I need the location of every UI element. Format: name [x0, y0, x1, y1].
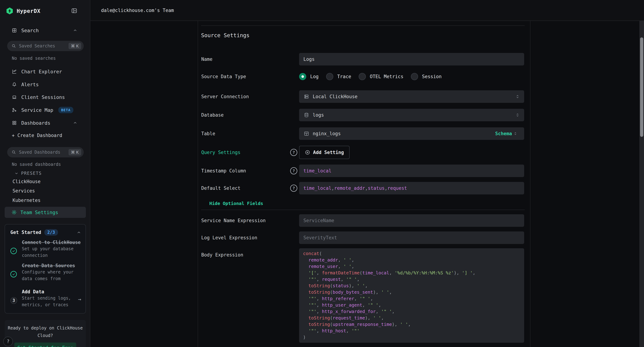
service-name-label: Service Name Expression	[201, 214, 290, 227]
sidebar-item-label: Service Map	[21, 107, 53, 113]
preset-item-kubernetes[interactable]: Kubernetes	[12, 198, 40, 203]
search-section-icon	[12, 28, 17, 33]
code-line: toString(request_time), ' ',	[303, 315, 520, 321]
timestamp-column-row: Timestamp Column ? time_local	[201, 164, 524, 177]
database-row: Database logs	[201, 109, 524, 121]
chevron-up-icon[interactable]	[76, 230, 81, 235]
step-description: Configure where your data comes from	[22, 269, 81, 282]
get-started-step-2[interactable]: Create Data Sources Configure where your…	[10, 262, 82, 282]
schema-button[interactable]: Schema	[495, 131, 517, 136]
service-name-row: Service Name Expression ServiceName	[201, 214, 524, 227]
get-started-step-1[interactable]: Connect to ClickHouse Set up your databa…	[10, 239, 82, 259]
name-input[interactable]: Logs	[299, 53, 524, 66]
scrollbar-track[interactable]	[639, 21, 644, 347]
body-expression-label: Body Expression	[201, 248, 290, 343]
code-line: '"', http_user_agent, '" ',	[303, 302, 520, 308]
sidebar-item-chart-explorer[interactable]: Chart Explorer	[0, 68, 90, 76]
saved-dashboards-input[interactable]: Saved Dashboards ⌘ K	[7, 147, 84, 158]
saved-searches-input[interactable]: Saved Searches ⌘ K	[7, 41, 84, 51]
no-saved-searches-note: No saved searches	[12, 56, 56, 61]
source-data-type-row: Source Data Type LogTraceOTEL MetricsSes…	[201, 72, 524, 80]
default-select-label: Default Select	[201, 182, 290, 194]
code-line: remote_addr, ' ',	[303, 257, 520, 263]
timestamp-column-label: Timestamp Column	[201, 164, 290, 177]
chevron-up-icon[interactable]	[73, 28, 78, 33]
chart-explorer-icon	[12, 69, 17, 74]
sidebar-item-service-map[interactable]: Service Map BETA	[0, 106, 90, 114]
source-data-type-group: LogTraceOTEL MetricsSession	[299, 72, 524, 80]
presets-toggle[interactable]: PRESETS	[14, 171, 42, 176]
step-title: Connect to ClickHouse	[22, 239, 81, 246]
sidebar-item-client-sessions[interactable]: Client Sessions	[0, 93, 90, 101]
sidebar-item-label: Dashboards	[21, 120, 50, 126]
step-title: Create Data Sources	[22, 262, 81, 269]
sidebar-item-alerts[interactable]: Alerts	[0, 80, 90, 88]
table-value: nginx_logs	[313, 131, 495, 136]
radio-option-log[interactable]: Log	[299, 73, 318, 80]
sidebar-item-team-settings[interactable]: Team Settings	[5, 207, 86, 218]
body-expression-editor[interactable]: concat( remote_addr, ' ', remote_user, '…	[299, 248, 524, 343]
code-line: )	[303, 334, 520, 340]
cloud-promo-text-line1: Ready to deploy on ClickHouse	[5, 324, 86, 332]
logo-row: HyperDX	[6, 6, 84, 16]
name-label: Name	[201, 53, 290, 66]
check-circle-icon	[10, 271, 17, 278]
get-started-header[interactable]: Get Started 2/3	[10, 229, 83, 236]
scrollbar-thumb[interactable]	[640, 38, 643, 137]
body-expression-row: Body Expression concat( remote_addr, ' '…	[201, 248, 524, 343]
radio-option-session[interactable]: Session	[411, 73, 442, 80]
progress-badge: 2/3	[44, 229, 58, 236]
service-name-input[interactable]: ServiceName	[299, 214, 524, 227]
presets-label: PRESETS	[21, 171, 42, 176]
source-settings-panel: Source Settings Name Logs Source Data Ty…	[198, 21, 530, 347]
database-select[interactable]: logs	[299, 109, 524, 121]
radio-option-otel-metrics[interactable]: OTEL Metrics	[359, 73, 404, 80]
collapse-sidebar-icon	[71, 8, 78, 14]
kbd-shortcut-badge: ⌘ K	[68, 149, 81, 156]
chevron-up-icon[interactable]	[73, 120, 78, 125]
default-select-input[interactable]: time_local, remote_addr, status, request	[299, 182, 524, 194]
query-settings-row: Query Settings ? Add Setting	[201, 146, 524, 159]
team-settings-label: Team Settings	[20, 210, 58, 215]
table-row: Table nginx_logs Schema	[201, 127, 524, 140]
get-started-step-3[interactable]: 3 Add Data Start sending logs, metrics, …	[10, 288, 82, 308]
database-value: logs	[313, 112, 515, 118]
help-button[interactable]: ?	[3, 337, 13, 346]
help-icon[interactable]: ?	[290, 149, 297, 156]
radio-option-trace[interactable]: Trace	[326, 73, 351, 80]
get-started-free-button[interactable]: Get Started for Free	[14, 342, 76, 347]
step-title: Add Data	[22, 288, 81, 295]
log-level-input[interactable]: SeverityText	[299, 232, 524, 244]
server-connection-label: Server Connection	[201, 90, 290, 103]
preset-item-clickhouse[interactable]: ClickHouse	[12, 179, 40, 184]
create-dashboard-button[interactable]: + Create Dashboard	[12, 133, 62, 138]
radio-selected-icon[interactable]	[299, 73, 306, 80]
radio-label: Trace	[337, 74, 351, 79]
radio-label: Session	[422, 74, 442, 79]
code-line: '"', http_x_forwarded_for, '" ',	[303, 308, 520, 315]
help-icon[interactable]: ?	[290, 184, 297, 192]
help-icon[interactable]: ?	[290, 167, 297, 174]
server-connection-select[interactable]: Local ClickHouse	[299, 90, 524, 103]
server-connection-row: Server Connection Local ClickHouse	[201, 90, 524, 103]
hyperdx-logo-icon	[6, 7, 14, 15]
selector-chevrons-icon	[515, 94, 520, 99]
add-setting-button[interactable]: Add Setting	[299, 146, 350, 159]
preset-item-services[interactable]: Services	[12, 188, 35, 194]
table-select[interactable]: nginx_logs Schema	[299, 127, 524, 140]
no-saved-dashboards-note: No saved dashboards	[12, 162, 61, 167]
table-label: Table	[201, 127, 290, 140]
radio-unselected-icon[interactable]	[359, 73, 366, 80]
timestamp-column-input[interactable]: time_local	[299, 164, 524, 177]
radio-unselected-icon[interactable]	[326, 73, 333, 80]
sidebar-collapse-button[interactable]	[71, 7, 78, 14]
code-line: toString(body_bytes_sent), ' ',	[303, 289, 520, 296]
server-icon	[304, 94, 309, 99]
code-line: '"', request, '" ',	[303, 276, 520, 282]
saved-searches-placeholder: Saved Searches	[19, 44, 68, 48]
radio-unselected-icon[interactable]	[411, 73, 418, 80]
hide-optional-fields-link[interactable]: Hide Optional Fields	[209, 201, 263, 206]
sidebar-item-search[interactable]: Search	[0, 27, 90, 34]
selector-chevrons-icon	[515, 113, 520, 117]
sidebar-item-dashboards[interactable]: Dashboards	[0, 119, 90, 127]
